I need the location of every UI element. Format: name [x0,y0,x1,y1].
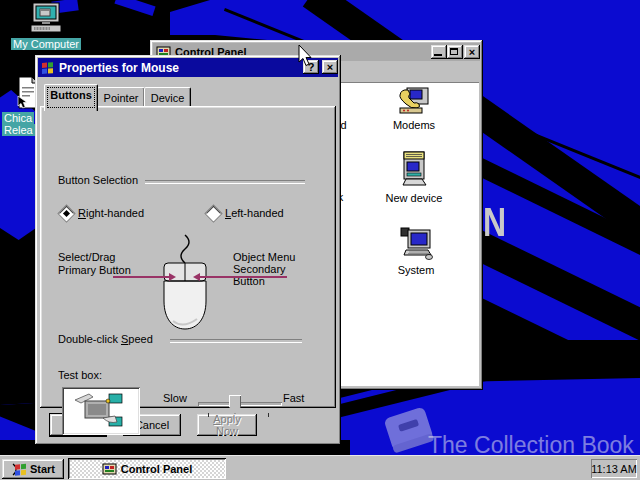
apply-now-label: Apply Now [203,413,251,437]
separator [145,180,305,184]
windows-flag-icon [41,61,55,75]
close-button[interactable]: × [322,60,338,74]
maximize-icon [450,48,458,55]
minimize-button[interactable] [431,45,447,59]
desktop-icon-my-computer[interactable]: My Computer [6,2,86,50]
secondary-pointer-arrow [193,273,200,281]
taskbar: Start Control Panel 11:13 AM [0,455,640,480]
taskbar-clock[interactable]: 11:13 AM [591,459,637,478]
dialog-title: Properties for Mouse [59,61,179,75]
slider-thumb[interactable] [229,395,241,414]
radio-right-handed-label: Right-handed [78,207,144,219]
test-box-label: Test box: [58,369,102,381]
group-label-button-selection: Button Selection [58,174,138,186]
cp-icon-label: System [384,264,448,276]
cp-icon-label: New device [382,192,446,204]
secondary-button-caption: Object Menu [233,251,295,263]
task-label: Control Panel [121,463,193,475]
mouse-cursor [297,44,315,68]
chicago-label-line2: Relea [2,124,35,136]
dialog-titlebar[interactable]: Properties for Mouse [38,58,338,77]
cp-icon-modems[interactable]: Modems [382,85,446,131]
primary-pointer-arrow [169,273,176,281]
separator [170,339,302,343]
start-flag-icon [11,462,27,477]
radio-right-handed[interactable] [59,206,75,222]
minimize-icon [434,54,442,56]
chicago-label-line1: Chica [2,112,34,124]
test-box[interactable] [62,387,140,435]
radio-selected-dot [63,210,70,217]
slider-left-label: Slow [163,392,187,404]
apply-now-button[interactable]: Apply Now [197,414,257,436]
mouse-graphic [161,233,209,333]
start-button[interactable]: Start [2,459,64,479]
close-icon: × [327,61,333,73]
wallpaper-shape [114,0,155,16]
my-computer-label: My Computer [11,38,81,50]
modems-icon [397,85,431,115]
tab-label: Buttons [50,89,92,101]
slider-right-label: Fast [283,392,304,404]
secondary-pointer-line [200,276,287,278]
secondary-button-caption: Secondary [233,263,286,275]
buttons-tab-page: Button Selection Right-handed Left-hande… [40,106,336,408]
new-device-icon [398,150,430,188]
slider-tick [268,413,269,417]
screen: { "colors": { "wallpaper_blue": "#0b0bd0… [0,0,640,480]
clock-text: 11:13 AM [591,463,637,475]
wallpaper-letter: N [483,202,506,242]
primary-button-caption: Primary Button [58,264,131,276]
radio-left-handed-label: Left-handed [225,207,284,219]
start-label: Start [30,463,55,475]
group-label-doubleclick-speed: Double-click Speed [58,333,153,345]
cp-icon-system[interactable]: System [384,226,448,276]
close-button[interactable]: × [464,45,480,59]
close-icon: × [469,46,475,58]
maximize-button[interactable] [447,45,463,59]
radio-left-handed[interactable] [206,206,222,222]
tab-buttons[interactable]: Buttons [44,84,98,111]
cp-icon-label: Modems [382,119,446,131]
test-box-graphic [73,392,127,428]
cancel-label: Cancel [135,419,169,431]
mouse-properties-dialog: Properties for Mouse ? × Buttons Pointer… [35,55,341,445]
control-panel-icon [102,462,117,476]
primary-button-caption: Select/Drag [58,251,115,263]
slider-tick [208,413,209,417]
my-computer-icon [28,2,64,36]
primary-pointer-line [113,276,169,278]
system-icon [399,226,433,260]
task-button-control-panel[interactable]: Control Panel [68,458,226,479]
tab-label: Device [151,92,185,104]
tab-label: Pointer [104,92,139,104]
cp-icon-new-device[interactable]: New device [382,150,446,204]
